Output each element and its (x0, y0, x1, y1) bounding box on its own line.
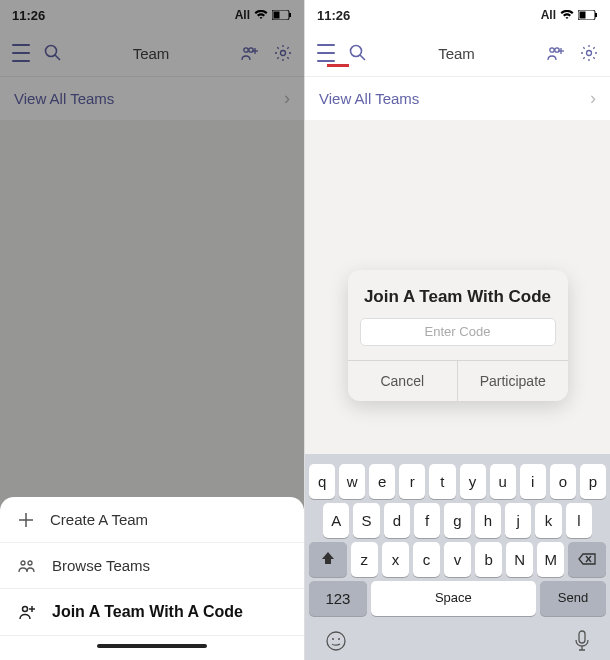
space-key[interactable]: Space (371, 581, 536, 616)
create-team-label: Create A Team (50, 511, 148, 528)
key-v[interactable]: v (444, 542, 471, 577)
browse-teams-label: Browse Teams (52, 557, 150, 574)
key-y[interactable]: y (460, 464, 486, 499)
wifi-icon (560, 10, 574, 20)
svg-point-29 (327, 632, 345, 650)
carrier-label: All (541, 8, 556, 22)
status-bar: 11:26 All (305, 0, 610, 30)
svg-point-20 (351, 46, 362, 57)
key-row-3: zxcvbNM (309, 542, 606, 577)
view-all-teams-row[interactable]: View All Teams › (305, 76, 610, 120)
keyboard: qwertyuiop ASdfghjkl zxcvbNM 123 Space S… (305, 454, 610, 660)
key-t[interactable]: t (429, 464, 455, 499)
svg-rect-19 (595, 13, 597, 17)
browse-teams-row[interactable]: Browse Teams (0, 543, 304, 589)
svg-point-26 (587, 51, 592, 56)
shift-key[interactable] (309, 542, 347, 577)
battery-icon (578, 10, 598, 20)
key-z[interactable]: z (351, 542, 378, 577)
dialog-title: Join A Team With Code (348, 270, 568, 318)
key-n[interactable]: N (506, 542, 533, 577)
svg-point-13 (28, 561, 32, 565)
svg-rect-18 (580, 12, 586, 19)
key-c[interactable]: c (413, 542, 440, 577)
key-row-2: ASdfghjkl (309, 503, 606, 538)
dialog-buttons: Cancel Participate (348, 360, 568, 401)
key-u[interactable]: u (490, 464, 516, 499)
svg-point-30 (332, 638, 334, 640)
people-icon (18, 559, 36, 573)
svg-point-12 (21, 561, 25, 565)
key-a[interactable]: A (323, 503, 349, 538)
active-tab-indicator (327, 64, 349, 67)
send-key[interactable]: Send (540, 581, 606, 616)
status-icons: All (541, 8, 598, 22)
view-all-label: View All Teams (319, 90, 419, 107)
top-bar: Team (305, 30, 610, 76)
key-g[interactable]: g (444, 503, 470, 538)
chevron-right-icon: › (590, 88, 596, 109)
cancel-button[interactable]: Cancel (348, 361, 459, 401)
key-b[interactable]: b (475, 542, 502, 577)
page-title: Team (381, 45, 532, 62)
svg-rect-32 (579, 631, 585, 643)
home-indicator[interactable] (97, 644, 207, 648)
key-row-1: qwertyuiop (309, 464, 606, 499)
plus-icon (18, 512, 34, 528)
key-k[interactable]: k (535, 503, 561, 538)
svg-line-21 (360, 55, 365, 60)
join-with-code-row[interactable]: Join A Team With A Code (0, 589, 304, 636)
hamburger-menu-icon[interactable] (317, 41, 335, 65)
keyboard-bottom-row (309, 620, 606, 652)
key-m[interactable]: M (537, 542, 564, 577)
code-input[interactable]: Enter Code (360, 318, 556, 346)
svg-point-22 (550, 48, 554, 52)
key-e[interactable]: e (369, 464, 395, 499)
add-people-icon[interactable] (546, 45, 566, 61)
status-time: 11:26 (317, 8, 350, 23)
join-code-dialog: Join A Team With Code Enter Code Cancel … (348, 270, 568, 401)
key-j[interactable]: j (505, 503, 531, 538)
create-team-row[interactable]: Create A Team (0, 497, 304, 543)
gear-icon[interactable] (580, 44, 598, 62)
key-d[interactable]: d (384, 503, 410, 538)
phone-right-screen: 11:26 All Team View All Teams › Join A T… (305, 0, 610, 660)
svg-point-31 (338, 638, 340, 640)
key-x[interactable]: x (382, 542, 409, 577)
key-o[interactable]: o (550, 464, 576, 499)
person-add-icon (18, 604, 36, 620)
microphone-icon[interactable] (574, 630, 590, 652)
join-with-code-label: Join A Team With A Code (52, 603, 243, 621)
key-row-4: 123 Space Send (309, 581, 606, 616)
key-h[interactable]: h (475, 503, 501, 538)
key-l[interactable]: l (566, 503, 592, 538)
key-q[interactable]: q (309, 464, 335, 499)
backspace-key[interactable] (568, 542, 606, 577)
search-icon[interactable] (349, 44, 367, 62)
numeric-key[interactable]: 123 (309, 581, 367, 616)
key-s[interactable]: S (353, 503, 379, 538)
key-w[interactable]: w (339, 464, 365, 499)
bottom-sheet: Create A Team Browse Teams Join A Team W… (0, 497, 304, 660)
participate-button[interactable]: Participate (458, 361, 568, 401)
key-r[interactable]: r (399, 464, 425, 499)
key-i[interactable]: i (520, 464, 546, 499)
emoji-icon[interactable] (325, 630, 347, 652)
key-f[interactable]: f (414, 503, 440, 538)
svg-point-14 (23, 607, 28, 612)
phone-left-screen: 11:26 All Team View All Teams › Create A… (0, 0, 305, 660)
key-p[interactable]: p (580, 464, 606, 499)
